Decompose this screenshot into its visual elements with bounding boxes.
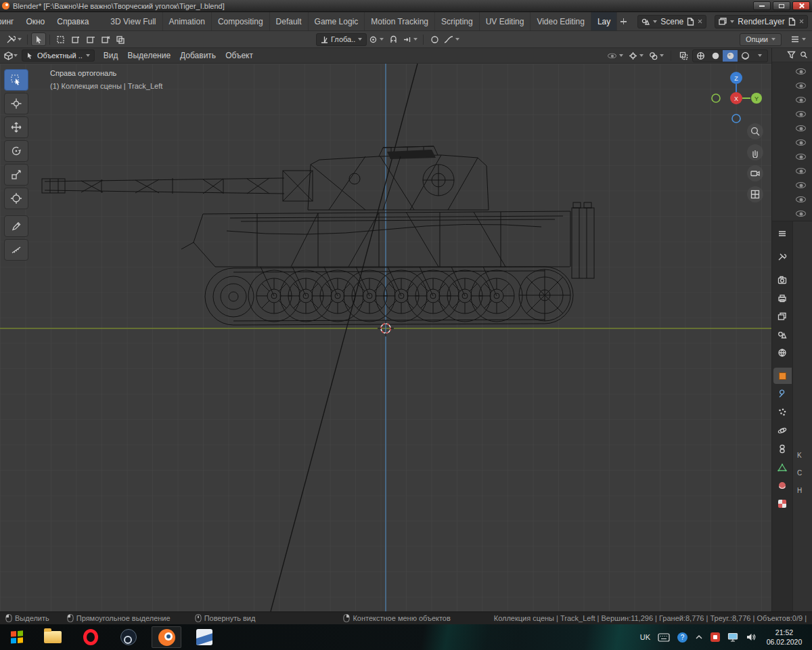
visibility-eye-icon[interactable] bbox=[796, 211, 806, 217]
tab-texture[interactable] bbox=[773, 496, 792, 512]
active-tool-button[interactable] bbox=[31, 32, 46, 46]
overlays-dropdown[interactable] bbox=[647, 49, 666, 62]
outliner-row[interactable] bbox=[772, 107, 812, 121]
outliner-row[interactable] bbox=[772, 64, 812, 79]
menu-view[interactable]: Вид bbox=[99, 48, 123, 64]
tab-output[interactable] bbox=[773, 290, 792, 306]
proportional-editing-button[interactable] bbox=[427, 32, 442, 46]
tab-modifiers[interactable] bbox=[773, 386, 792, 402]
shading-wireframe-button[interactable] bbox=[693, 49, 708, 62]
unlink-renderlayer-icon[interactable] bbox=[799, 19, 804, 24]
zoom-button[interactable] bbox=[747, 123, 763, 139]
paint-button[interactable] bbox=[189, 626, 219, 648]
speaker-icon[interactable] bbox=[746, 632, 756, 642]
workspace-tab[interactable]: UV Editing bbox=[480, 12, 531, 31]
shading-rendered-button[interactable] bbox=[738, 49, 752, 62]
visibility-eye-icon[interactable] bbox=[796, 154, 806, 160]
chevron-down-icon[interactable] bbox=[14, 54, 18, 57]
outliner-row[interactable] bbox=[772, 121, 812, 135]
workspace-tab[interactable]: Game Logic bbox=[309, 12, 365, 31]
opera-button[interactable] bbox=[76, 626, 106, 648]
properties-editor-type-button[interactable] bbox=[773, 225, 792, 242]
editor-type-icon[interactable] bbox=[3, 51, 14, 61]
select-mode-subtract-button[interactable] bbox=[83, 32, 98, 46]
filter-icon[interactable] bbox=[787, 51, 796, 59]
falloff-dropdown[interactable] bbox=[442, 32, 461, 46]
select-mode-invert-button[interactable] bbox=[98, 32, 113, 46]
tab-object[interactable] bbox=[773, 368, 792, 384]
transform-orientation-dropdown[interactable]: Глоба.. bbox=[316, 33, 367, 46]
tab-physics[interactable] bbox=[773, 422, 792, 439]
tab-scene[interactable] bbox=[773, 326, 792, 343]
menu-help[interactable]: Справка bbox=[51, 12, 95, 31]
new-renderlayer-icon[interactable] bbox=[788, 18, 796, 26]
workspace-tab[interactable]: Animation bbox=[163, 12, 212, 31]
renderlayer-selector[interactable]: RenderLayer bbox=[715, 15, 807, 28]
minimize-button[interactable] bbox=[753, 1, 771, 10]
snap-toggle-button[interactable] bbox=[386, 32, 401, 46]
visibility-eye-icon[interactable] bbox=[796, 97, 806, 103]
tab-view-layer[interactable] bbox=[773, 308, 792, 324]
camera-view-button[interactable] bbox=[747, 165, 763, 181]
select-mode-extend-button[interactable] bbox=[68, 32, 83, 46]
xray-toggle-button[interactable] bbox=[676, 49, 691, 62]
outliner-row[interactable] bbox=[772, 135, 812, 150]
visibility-eye-icon[interactable] bbox=[796, 139, 806, 146]
help-icon[interactable]: ? bbox=[677, 632, 687, 643]
tool-move[interactable] bbox=[4, 116, 28, 138]
workspace-tab[interactable]: 3D View Full bbox=[104, 12, 162, 31]
select-mode-intersect-button[interactable] bbox=[113, 32, 128, 46]
menu-window[interactable]: Окно bbox=[20, 12, 51, 31]
shading-solid-button[interactable] bbox=[708, 49, 723, 62]
topbar-editor-menu-button[interactable] bbox=[788, 32, 808, 46]
tool-cursor[interactable] bbox=[4, 93, 28, 114]
pivot-point-dropdown[interactable] bbox=[367, 32, 386, 46]
tab-material[interactable] bbox=[773, 477, 792, 494]
options-button[interactable]: Опции bbox=[740, 33, 782, 46]
steam-button[interactable] bbox=[114, 626, 143, 648]
snap-target-dropdown[interactable] bbox=[401, 32, 420, 46]
workspace-tab[interactable]: Motion Tracking bbox=[365, 12, 435, 31]
gizmo-minus-y-ball[interactable] bbox=[712, 94, 720, 102]
perspective-toggle-button[interactable] bbox=[747, 186, 763, 202]
gizmo-minus-z-ball[interactable] bbox=[732, 114, 740, 123]
viewport-canvas[interactable]: Справа ортогональ (1) Коллекция сцены | … bbox=[0, 64, 771, 611]
scene-selector[interactable]: Scene bbox=[637, 15, 706, 28]
language-indicator[interactable]: UK bbox=[640, 633, 650, 641]
visibility-eye-icon[interactable] bbox=[796, 196, 806, 202]
outliner-row[interactable] bbox=[772, 192, 812, 207]
workspace-tab[interactable]: Compositing bbox=[212, 12, 270, 31]
visibility-eye-icon[interactable] bbox=[796, 111, 806, 117]
tab-particles[interactable] bbox=[773, 404, 792, 420]
tool-scale[interactable] bbox=[4, 164, 28, 186]
workspace-tab-active[interactable]: Lay bbox=[591, 12, 617, 31]
tray-expand-chevron-icon[interactable] bbox=[695, 634, 703, 640]
outliner-row[interactable] bbox=[772, 207, 812, 221]
outliner-row[interactable] bbox=[772, 93, 812, 107]
tab-render[interactable] bbox=[773, 272, 792, 288]
menu-object[interactable]: Объект bbox=[221, 48, 258, 64]
select-mode-new-button[interactable] bbox=[53, 32, 68, 46]
start-button[interactable] bbox=[4, 626, 30, 648]
mode-dropdown[interactable]: Объектный .. bbox=[22, 49, 95, 62]
tool-annotate[interactable] bbox=[4, 215, 28, 237]
tool-transform[interactable] bbox=[4, 188, 28, 209]
add-workspace-button[interactable] bbox=[617, 12, 629, 31]
workspace-tab[interactable]: Video Editing bbox=[531, 12, 591, 31]
workspace-tab[interactable]: Default bbox=[270, 12, 309, 31]
maximize-button[interactable] bbox=[773, 1, 790, 10]
close-button[interactable] bbox=[792, 1, 810, 10]
keyboard-icon[interactable] bbox=[658, 633, 670, 642]
tool-rotate[interactable] bbox=[4, 140, 28, 162]
visibility-eye-icon[interactable] bbox=[796, 125, 806, 131]
network-monitor-icon[interactable] bbox=[727, 632, 738, 642]
visibility-eye-icon[interactable] bbox=[796, 168, 806, 174]
gizmos-dropdown[interactable] bbox=[627, 49, 646, 62]
pan-button[interactable] bbox=[747, 144, 763, 160]
shading-material-button[interactable] bbox=[723, 49, 738, 62]
unlink-scene-icon[interactable] bbox=[698, 19, 702, 24]
search-icon[interactable] bbox=[800, 51, 808, 59]
object-visibility-dropdown[interactable] bbox=[605, 49, 625, 62]
outliner-row[interactable] bbox=[772, 178, 812, 192]
menu-render[interactable]: ринг bbox=[0, 12, 20, 31]
